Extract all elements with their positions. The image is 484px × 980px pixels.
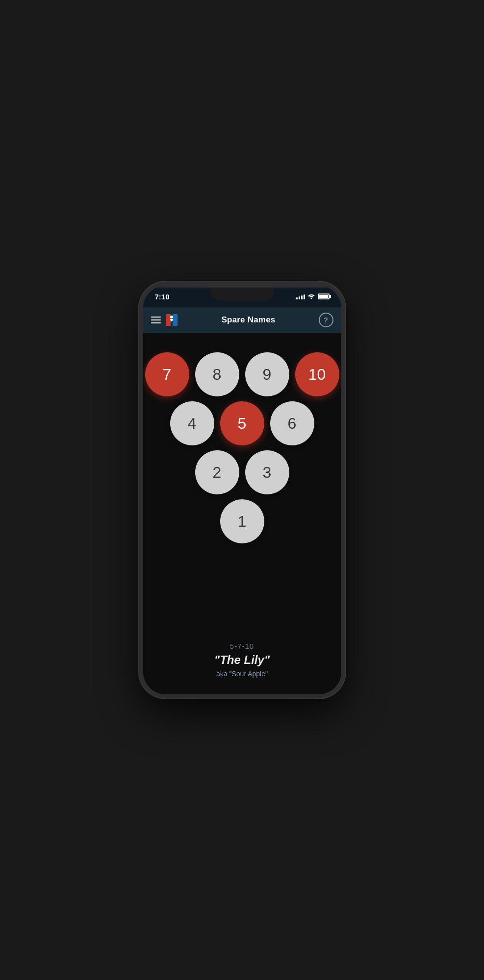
spare-pattern: 5-7-10 xyxy=(230,642,254,650)
pin-row-1: 1 xyxy=(220,499,264,543)
signal-bar-3 xyxy=(301,295,303,299)
pin-row-3: 4 5 6 xyxy=(170,401,314,445)
spare-name: "The Lily" xyxy=(214,653,270,667)
hamburger-line-1 xyxy=(151,317,161,318)
pin-8[interactable]: 8 xyxy=(195,352,239,396)
nav-left xyxy=(151,313,178,327)
pin-2-label: 2 xyxy=(213,464,222,482)
status-time: 7:10 xyxy=(155,293,170,301)
menu-button[interactable] xyxy=(151,317,161,323)
bottom-info: 5-7-10 "The Lily" aka "Sour Apple" xyxy=(143,642,341,678)
pin-1[interactable]: 1 xyxy=(220,499,264,543)
pin-10[interactable]: 10 xyxy=(295,352,339,396)
pin-4-label: 4 xyxy=(188,415,197,433)
svg-point-3 xyxy=(170,316,173,318)
help-button[interactable]: ? xyxy=(319,313,333,327)
signal-bar-4 xyxy=(304,294,305,299)
main-content: 7 8 9 10 4 5 xyxy=(143,333,341,698)
status-icons xyxy=(296,293,330,300)
battery-icon xyxy=(318,294,330,299)
pin-6-label: 6 xyxy=(288,415,297,433)
notch xyxy=(210,286,274,300)
battery-fill xyxy=(319,295,328,298)
svg-rect-1 xyxy=(166,314,171,326)
signal-bars-icon xyxy=(296,294,305,299)
pin-row-4: 7 8 9 10 xyxy=(145,352,339,396)
pin-5-label: 5 xyxy=(238,415,247,433)
pin-2[interactable]: 2 xyxy=(195,450,239,494)
pins-container: 7 8 9 10 4 5 xyxy=(145,352,339,543)
phone-frame: 7:10 xyxy=(139,282,345,698)
hamburger-line-2 xyxy=(151,319,161,320)
nav-title: Spare Names xyxy=(222,315,276,325)
hamburger-line-3 xyxy=(151,322,161,323)
pin-3-label: 3 xyxy=(263,464,272,482)
nba-logo-icon xyxy=(165,313,178,327)
wifi-icon xyxy=(307,293,315,300)
pin-6[interactable]: 6 xyxy=(270,401,314,445)
help-icon: ? xyxy=(324,316,328,324)
pin-4[interactable]: 4 xyxy=(170,401,214,445)
spare-alias: aka "Sour Apple" xyxy=(216,670,268,678)
signal-bar-1 xyxy=(296,297,298,299)
home-indicator xyxy=(213,696,272,698)
pin-10-label: 10 xyxy=(308,366,326,384)
pin-7-label: 7 xyxy=(163,366,172,384)
pin-9-label: 9 xyxy=(263,366,272,384)
nav-bar: Spare Names ? xyxy=(143,307,341,333)
pin-7[interactable]: 7 xyxy=(145,352,189,396)
pin-5[interactable]: 5 xyxy=(220,401,264,445)
pin-1-label: 1 xyxy=(238,513,247,531)
status-bar: 7:10 xyxy=(143,286,341,307)
signal-bar-2 xyxy=(299,296,300,299)
pin-row-2: 2 3 xyxy=(195,450,289,494)
pin-8-label: 8 xyxy=(213,366,222,384)
pin-3[interactable]: 3 xyxy=(245,450,289,494)
pin-9[interactable]: 9 xyxy=(245,352,289,396)
svg-rect-2 xyxy=(173,314,178,326)
